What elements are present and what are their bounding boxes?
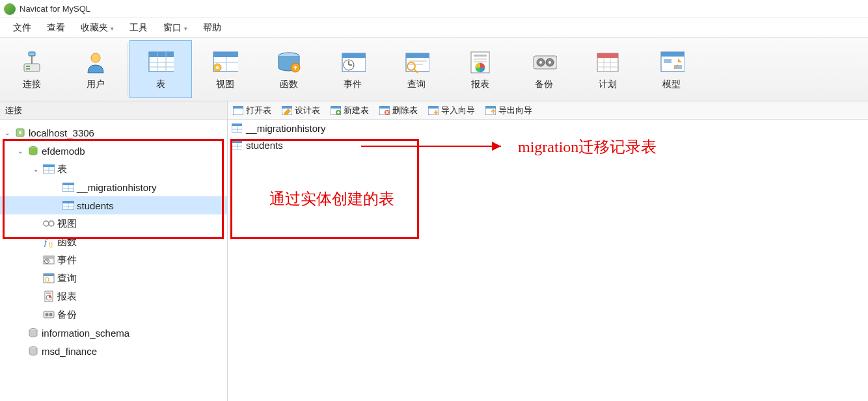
svg-rect-96 bbox=[44, 311, 54, 318]
svg-rect-3 bbox=[26, 66, 30, 67]
title-bar: Navicat for MySQL bbox=[0, 0, 868, 18]
table-icon bbox=[62, 200, 74, 211]
svg-rect-0 bbox=[29, 52, 35, 56]
ribbon-connection[interactable]: 连接 bbox=[0, 38, 64, 101]
svg-rect-106 bbox=[232, 140, 242, 143]
tree-table-migrationhistory[interactable]: · __migrationhistory bbox=[0, 178, 227, 196]
svg-rect-1 bbox=[24, 64, 40, 71]
backup-icon bbox=[531, 49, 557, 75]
list-item-students[interactable]: students bbox=[228, 136, 868, 153]
svg-rect-33 bbox=[474, 58, 487, 60]
ribbon-view[interactable]: 视图 bbox=[193, 38, 257, 101]
svg-rect-85 bbox=[44, 256, 54, 259]
menu-view[interactable]: 查看 bbox=[39, 19, 73, 36]
table-icon bbox=[148, 49, 174, 75]
svg-text:(): () bbox=[49, 241, 53, 248]
svg-rect-13 bbox=[213, 52, 238, 57]
svg-rect-59 bbox=[379, 106, 390, 109]
expand-icon[interactable]: ⌄ bbox=[31, 166, 40, 173]
svg-rect-62 bbox=[428, 106, 439, 109]
menu-help[interactable]: 帮助 bbox=[195, 19, 229, 36]
app-logo-icon bbox=[4, 3, 16, 15]
sidebar-title: 连接 bbox=[0, 101, 228, 119]
content-area: ⌄ localhost_3306 ⌄ efdemodb ⌄ 表 · __migr… bbox=[0, 120, 868, 401]
action-import-wizard[interactable]: 导入向导 bbox=[428, 105, 475, 116]
ribbon-function[interactable]: 函数 bbox=[257, 38, 321, 101]
tree-views[interactable]: · 视图 bbox=[0, 214, 227, 233]
tree-backups[interactable]: · 备份 bbox=[0, 305, 227, 324]
ribbon-user[interactable]: 用户 bbox=[64, 38, 128, 101]
tree-tables-folder[interactable]: ⌄ 表 bbox=[0, 160, 227, 178]
user-icon bbox=[83, 49, 109, 75]
sub-toolbar: 连接 打开表 设计表 新建表 删除表 导入向导 导出向导 bbox=[0, 101, 868, 120]
svg-point-5 bbox=[91, 53, 100, 62]
action-export-wizard[interactable]: 导出向导 bbox=[485, 105, 532, 116]
tree-functions[interactable]: · f() 函数 bbox=[0, 233, 227, 251]
action-delete-table[interactable]: 删除表 bbox=[379, 105, 418, 116]
svg-rect-48 bbox=[661, 52, 685, 57]
delete-table-icon bbox=[379, 106, 390, 115]
main-list: __migrationhistory students bbox=[228, 120, 868, 401]
tree-events[interactable]: · 事件 bbox=[0, 251, 227, 269]
function-icon bbox=[276, 49, 302, 75]
svg-rect-26 bbox=[406, 53, 429, 58]
function-icon: f() bbox=[43, 236, 55, 248]
ribbon-table[interactable]: 表 bbox=[129, 40, 192, 98]
schedule-icon bbox=[595, 49, 621, 75]
menu-favorites[interactable]: 收藏夹▾ bbox=[73, 19, 122, 36]
query-icon bbox=[403, 49, 429, 75]
tree-database-information-schema[interactable]: › information_schema bbox=[0, 324, 227, 342]
server-icon bbox=[14, 127, 26, 138]
table-icon bbox=[62, 181, 74, 193]
ribbon-query[interactable]: 查询 bbox=[385, 38, 448, 101]
svg-point-98 bbox=[49, 313, 53, 317]
action-design-table[interactable]: 设计表 bbox=[282, 105, 320, 116]
tree-table-students[interactable]: · students bbox=[0, 196, 227, 214]
connection-icon bbox=[19, 49, 45, 75]
tree-reports[interactable]: · 报表 bbox=[0, 287, 227, 305]
open-table-icon bbox=[233, 106, 243, 115]
event-icon bbox=[340, 49, 366, 75]
svg-point-17 bbox=[216, 66, 219, 69]
report-icon bbox=[43, 291, 55, 302]
menu-tools[interactable]: 工具 bbox=[122, 19, 156, 36]
menu-file[interactable]: 文件 bbox=[5, 19, 39, 36]
svg-rect-90 bbox=[44, 274, 54, 276]
ribbon-model[interactable]: 模型 bbox=[640, 38, 703, 101]
ribbon-event[interactable]: 事件 bbox=[321, 38, 385, 101]
tree-database-efdemodb[interactable]: ⌄ efdemodb bbox=[0, 142, 227, 160]
expand-icon[interactable]: ⌄ bbox=[16, 148, 25, 155]
expand-icon[interactable]: ⌄ bbox=[3, 129, 12, 136]
table-icon bbox=[232, 140, 242, 149]
ribbon-report[interactable]: 报表 bbox=[448, 38, 512, 101]
model-icon bbox=[658, 49, 685, 75]
action-open-table[interactable]: 打开表 bbox=[233, 105, 271, 116]
svg-rect-94 bbox=[46, 292, 51, 294]
svg-rect-52 bbox=[233, 106, 243, 109]
view-icon bbox=[43, 218, 55, 229]
tree-connection[interactable]: ⌄ localhost_3306 bbox=[0, 123, 227, 142]
query-icon bbox=[43, 272, 55, 284]
action-new-table[interactable]: 新建表 bbox=[331, 105, 369, 116]
ribbon-schedule[interactable]: 计划 bbox=[576, 38, 640, 101]
new-table-icon bbox=[331, 106, 341, 115]
ribbon-separator-1 bbox=[128, 43, 128, 96]
svg-rect-32 bbox=[474, 55, 487, 57]
window-title: Navicat for MySQL bbox=[20, 4, 90, 14]
ribbon-backup[interactable]: 备份 bbox=[512, 38, 576, 101]
tree-database-msd-finance[interactable]: › msd_finance bbox=[0, 342, 227, 360]
tree-queries[interactable]: · 查询 bbox=[0, 269, 227, 287]
table-actions: 打开表 设计表 新建表 删除表 导入向导 导出向导 bbox=[228, 105, 537, 116]
report-icon bbox=[467, 49, 493, 75]
menu-window[interactable]: 窗口▾ bbox=[156, 19, 195, 36]
import-icon bbox=[428, 106, 439, 115]
svg-point-66 bbox=[19, 131, 21, 134]
svg-point-81 bbox=[49, 221, 54, 226]
svg-text:f: f bbox=[44, 237, 48, 247]
svg-rect-102 bbox=[232, 123, 242, 126]
database-closed-icon bbox=[27, 327, 39, 339]
connection-tree: ⌄ localhost_3306 ⌄ efdemodb ⌄ 表 · __migr… bbox=[0, 120, 228, 401]
svg-point-80 bbox=[44, 221, 49, 226]
svg-rect-77 bbox=[62, 201, 74, 203]
list-item-migrationhistory[interactable]: __migrationhistory bbox=[228, 120, 868, 136]
